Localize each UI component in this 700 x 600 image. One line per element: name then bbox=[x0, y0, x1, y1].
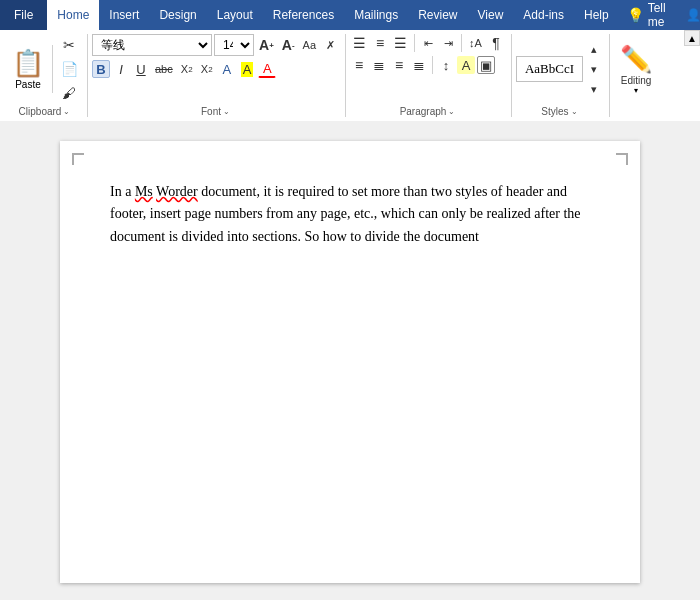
paragraph-title: Paragraph ⌄ bbox=[350, 104, 505, 117]
editing-button[interactable]: ✏️ Editing ▾ bbox=[614, 42, 658, 97]
clipboard-title: Clipboard ⌄ bbox=[8, 104, 81, 117]
bold-button[interactable]: B bbox=[92, 60, 110, 78]
font-section: 等线 14 A+ A- Aa ✗ B I U abc X2 X2 bbox=[90, 34, 346, 117]
font-color-button[interactable]: A bbox=[258, 60, 276, 78]
menu-file[interactable]: File bbox=[0, 0, 47, 30]
format-row: B I U abc X2 X2 A A A bbox=[92, 60, 276, 78]
font-name-select[interactable]: 等线 bbox=[92, 34, 212, 56]
ribbon-main-row: 📋 Paste ✂ 📄 🖌 Clipboard ⌄ bbox=[0, 30, 700, 121]
font-expand-icon[interactable]: ⌄ bbox=[223, 107, 230, 116]
menu-addins[interactable]: Add-ins bbox=[513, 0, 574, 30]
styles-scroll-down[interactable]: ▾ bbox=[585, 60, 603, 78]
change-case-button[interactable]: Aa bbox=[300, 36, 319, 54]
clear-format-button[interactable]: ✗ bbox=[321, 36, 339, 54]
sort-button[interactable]: ↕A bbox=[466, 34, 485, 52]
line-spacing-button[interactable]: ↕ bbox=[437, 56, 455, 74]
styles-box[interactable]: AaBbCcI bbox=[516, 56, 583, 82]
increase-font-button[interactable]: A+ bbox=[256, 36, 277, 54]
editing-dropdown-icon: ▾ bbox=[634, 86, 638, 95]
clipboard-expand-icon[interactable]: ⌄ bbox=[63, 107, 70, 116]
multilevel-list-button[interactable]: ☰ bbox=[391, 34, 410, 52]
font-name-row: 等线 14 A+ A- Aa ✗ bbox=[92, 34, 339, 56]
para-row1: ☰ ≡ ☰ ⇤ ⇥ ↕A ¶ bbox=[350, 34, 505, 52]
menu-right: 💡 Tell me 👤 Share bbox=[619, 0, 700, 30]
ribbon: 📋 Paste ✂ 📄 🖌 Clipboard ⌄ bbox=[0, 30, 700, 121]
paste-label: Paste bbox=[15, 79, 41, 90]
format-painter-button[interactable]: 🖌 bbox=[57, 82, 81, 104]
lightbulb-icon: 💡 bbox=[627, 7, 644, 23]
paragraph-section: ☰ ≡ ☰ ⇤ ⇥ ↕A ¶ ≡ ≣ ≡ ≣ bbox=[348, 34, 512, 117]
para-row2: ≡ ≣ ≡ ≣ ↕ A ▣ bbox=[350, 56, 495, 74]
styles-expand-icon[interactable]: ⌄ bbox=[571, 107, 578, 116]
decrease-font-button[interactable]: A- bbox=[279, 36, 298, 54]
menu-mailings[interactable]: Mailings bbox=[344, 0, 408, 30]
clipboard-content: 📋 Paste ✂ 📄 🖌 bbox=[8, 34, 81, 104]
styles-expand-button[interactable]: ▾ bbox=[585, 80, 603, 98]
collapse-ribbon-button[interactable]: ▲ bbox=[684, 30, 700, 46]
editing-icon: ✏️ bbox=[620, 44, 652, 75]
editing-title: x bbox=[614, 104, 658, 117]
document-page: In a Ms Worder document, it is required … bbox=[60, 141, 640, 583]
cut-button[interactable]: ✂ bbox=[57, 34, 81, 56]
misspelled-ms: Ms bbox=[135, 184, 153, 199]
document-text[interactable]: In a Ms Worder document, it is required … bbox=[110, 181, 590, 248]
menu-design[interactable]: Design bbox=[149, 0, 206, 30]
align-right-button[interactable]: ≡ bbox=[390, 56, 408, 74]
shading-button[interactable]: A bbox=[457, 56, 475, 74]
styles-title: Styles ⌄ bbox=[516, 104, 603, 117]
styles-preview: AaBbCcI bbox=[525, 61, 574, 76]
align-left-button[interactable]: ≡ bbox=[350, 56, 368, 74]
font-size-select[interactable]: 14 bbox=[214, 34, 254, 56]
editing-section: ✏️ Editing ▾ x bbox=[612, 34, 664, 117]
show-hide-button[interactable]: ¶ bbox=[487, 34, 505, 52]
paragraph-expand-icon[interactable]: ⌄ bbox=[448, 107, 455, 116]
corner-mark-tr bbox=[616, 153, 628, 165]
text-effects-button[interactable]: A bbox=[218, 60, 236, 78]
paste-icon: 📋 bbox=[12, 48, 44, 79]
italic-button[interactable]: I bbox=[112, 60, 130, 78]
bullets-button[interactable]: ☰ bbox=[350, 34, 369, 52]
tell-me-button[interactable]: 💡 Tell me bbox=[619, 0, 674, 30]
editing-label: Editing bbox=[621, 75, 652, 86]
menu-home[interactable]: Home bbox=[47, 0, 99, 30]
styles-scroll-up[interactable]: ▴ bbox=[585, 40, 603, 58]
highlight-button[interactable]: A bbox=[238, 60, 257, 78]
numbered-list-button[interactable]: ≡ bbox=[371, 34, 389, 52]
justify-button[interactable]: ≣ bbox=[410, 56, 428, 74]
share-icon: 👤 bbox=[686, 8, 700, 22]
clipboard-section: 📋 Paste ✂ 📄 🖌 Clipboard ⌄ bbox=[6, 34, 88, 117]
menu-review[interactable]: Review bbox=[408, 0, 467, 30]
superscript-button[interactable]: X2 bbox=[198, 60, 216, 78]
align-center-button[interactable]: ≣ bbox=[370, 56, 388, 74]
menu-help[interactable]: Help bbox=[574, 0, 619, 30]
styles-section: AaBbCcI ▴ ▾ ▾ Styles ⌄ bbox=[514, 34, 610, 117]
copy-button[interactable]: 📄 bbox=[57, 58, 81, 80]
menu-layout[interactable]: Layout bbox=[207, 0, 263, 30]
font-title: Font ⌄ bbox=[92, 104, 339, 117]
increase-indent-button[interactable]: ⇥ bbox=[439, 34, 457, 52]
menu-bar: File Home Insert Design Layout Reference… bbox=[0, 0, 700, 30]
paste-button[interactable]: 📋 Paste bbox=[8, 45, 48, 93]
strikethrough-button[interactable]: abc bbox=[152, 60, 176, 78]
menu-insert[interactable]: Insert bbox=[99, 0, 149, 30]
menu-view[interactable]: View bbox=[468, 0, 514, 30]
underline-button[interactable]: U bbox=[132, 60, 150, 78]
document-container: In a Ms Worder document, it is required … bbox=[0, 121, 700, 600]
menu-references[interactable]: References bbox=[263, 0, 344, 30]
corner-mark-tl bbox=[72, 153, 84, 165]
borders-button[interactable]: ▣ bbox=[477, 56, 495, 74]
share-button[interactable]: 👤 Share bbox=[674, 0, 700, 30]
misspelled-worder: Worder bbox=[156, 184, 198, 199]
tell-me-label: Tell me bbox=[648, 1, 666, 29]
decrease-indent-button[interactable]: ⇤ bbox=[419, 34, 437, 52]
subscript-button[interactable]: X2 bbox=[178, 60, 196, 78]
